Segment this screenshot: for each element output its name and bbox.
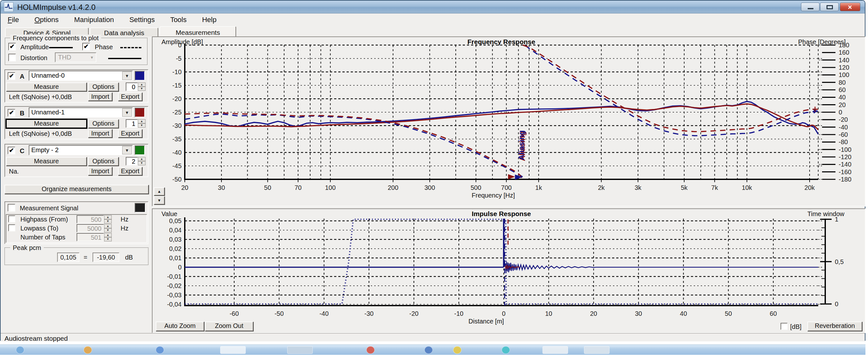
equals-sign: = [84,254,87,261]
app-icon-icon[interactable] [84,346,92,354]
svg-text:-0,03: -0,03 [167,292,182,299]
slot-c-color-swatch[interactable] [135,145,145,155]
svg-text:0,03: 0,03 [169,236,182,243]
phase-checkbox[interactable]: ✔ [82,43,90,51]
slot-b-checkbox[interactable]: ✔ [8,109,15,117]
slot-b-import-button[interactable]: Import [88,129,112,138]
auto-zoom-button[interactable]: Auto Zoom [156,322,204,331]
spin-down-icon[interactable]: ▼ [138,123,146,128]
menu-manipulation[interactable]: Manipulation [67,14,121,24]
slot-b-export-button[interactable]: Export [118,129,142,138]
window-button-icon[interactable] [287,346,313,354]
app-icon-icon[interactable] [502,346,510,354]
chevron-down-icon[interactable]: ▼ [122,108,132,117]
app-icon-icon[interactable] [453,346,461,354]
spin-down-icon[interactable]: ▼ [138,87,146,91]
window-button-icon[interactable] [584,346,610,354]
db-scale-checkbox[interactable] [781,323,787,330]
app-icon-icon[interactable] [156,346,164,354]
menu-settings[interactable]: Settings [122,14,162,24]
close-button[interactable]: × [840,3,860,11]
slot-b-options-button[interactable]: Options [88,119,119,128]
spin-up-icon[interactable]: ▲ [104,224,112,228]
reverberation-button[interactable]: Reverberation [807,322,862,331]
organize-measurements-button[interactable]: Organize measurements [4,185,149,194]
slot-c-export-button[interactable]: Export [118,167,142,175]
start-orb-icon[interactable] [16,346,24,354]
slot-a-measure-button[interactable]: Measure [6,82,87,91]
svg-text:-45: -45 [172,162,182,169]
slot-c-name-combo[interactable]: Empty - 2 ▼ [29,145,133,155]
title-bar[interactable]: HOLMImpulse v1.4.2.0 × [1,1,865,13]
spin-up-icon[interactable]: ▲ [138,119,146,123]
minimize-button[interactable] [801,3,819,11]
slot-b-color-swatch[interactable] [135,108,145,117]
svg-text:0,02: 0,02 [169,245,182,252]
lowpass-checkbox[interactable] [8,224,15,231]
slot-a-name-combo[interactable]: Unnamed-0 ▼ [29,71,133,81]
slot-c-checkbox[interactable]: ✔ [8,147,15,155]
app-icon-icon[interactable] [366,346,375,354]
svg-text:7k: 7k [711,184,718,191]
highpass-checkbox[interactable] [8,215,15,222]
window-button-icon[interactable] [220,346,246,354]
slot-a-color-swatch[interactable] [135,71,145,81]
slot-b-measure-button[interactable]: Measure [6,119,87,128]
highpass-value-spinner[interactable]: 500 ▲▼ [76,215,104,223]
maximize-button[interactable] [820,3,839,11]
zoom-out-button[interactable]: Zoom Out [205,322,253,331]
chevron-down-icon[interactable]: ▼ [122,72,132,80]
taps-value-spinner[interactable]: 501 ▲▼ [76,233,104,241]
slot-c-order-spinner[interactable]: 2 ▲▼ [126,157,138,166]
svg-text:-120: -120 [839,154,851,161]
spin-up-icon[interactable]: ▲ [104,233,112,237]
distortion-checkbox[interactable] [8,54,16,61]
menu-options[interactable]: Options [27,14,66,24]
spin-up-icon[interactable]: ▲ [104,215,112,219]
svg-text:-10: -10 [172,68,182,76]
measurement-signal-checkbox[interactable] [8,204,15,212]
impulse-response-panel: Value Impulse Response Time window Dista… [152,209,865,333]
svg-text:30: 30 [635,310,642,317]
menu-file[interactable]: File [1,14,26,24]
peak-pcm-value: 0,105 [57,252,80,262]
frequency-components-title: Frequency components to plot [10,34,101,42]
slot-c-options-button[interactable]: Options [88,157,119,166]
spin-down-icon[interactable]: ▼ [104,237,112,241]
spin-up-icon[interactable]: ▲ [138,82,146,87]
svg-text:-35: -35 [172,136,182,143]
window-button-icon[interactable] [542,346,568,354]
maximize-icon [827,5,833,9]
spin-down-icon[interactable]: ▼ [104,228,112,232]
slot-a-options-button[interactable]: Options [88,82,119,91]
spin-down-icon[interactable]: ▼ [104,219,112,223]
amplitude-checkbox[interactable]: ✔ [8,43,16,51]
slot-a-import-button[interactable]: Import [88,92,112,101]
spin-down-icon[interactable]: ▼ [138,161,146,165]
menu-help[interactable]: Help [195,14,223,24]
slot-c-measure-button[interactable]: Measure [6,157,87,166]
svg-text:40: 40 [839,94,846,101]
amplitude-scale-up-button[interactable]: ▲ [154,187,165,196]
measurement-signal-color-swatch[interactable] [135,203,146,213]
svg-text:0: 0 [178,264,182,271]
taskbar[interactable] [0,345,865,355]
slot-a-export-button[interactable]: Export [118,92,142,101]
tab-measurements[interactable]: Measurements [160,26,236,36]
lowpass-value-spinner[interactable]: 5000 ▲▼ [76,224,104,232]
menu-tools[interactable]: Tools [163,14,193,24]
app-icon-icon[interactable] [425,346,433,354]
slot-b-name-combo[interactable]: Unnamed-1 ▼ [29,107,133,118]
chevron-down-icon[interactable]: ▼ [122,146,132,155]
impulse-response-plot: 0,050,040,030,020,010-0,01-0,02-0,03-0,0… [153,209,866,334]
amplitude-scale-down-button[interactable]: ▼ [154,196,165,204]
slot-a-checkbox[interactable]: ✔ [8,72,15,80]
amplitude-line-sample [49,47,73,48]
slot-b-order-spinner[interactable]: 1 ▲▼ [126,119,138,128]
slot-c-import-button[interactable]: Import [88,167,112,175]
spin-up-icon[interactable]: ▲ [138,157,146,161]
distortion-type-select[interactable]: THD ▼ [55,52,96,62]
svg-text:-30: -30 [172,122,182,129]
svg-text:0: 0 [502,310,505,317]
slot-a-order-spinner[interactable]: 0 ▲▼ [126,82,138,91]
